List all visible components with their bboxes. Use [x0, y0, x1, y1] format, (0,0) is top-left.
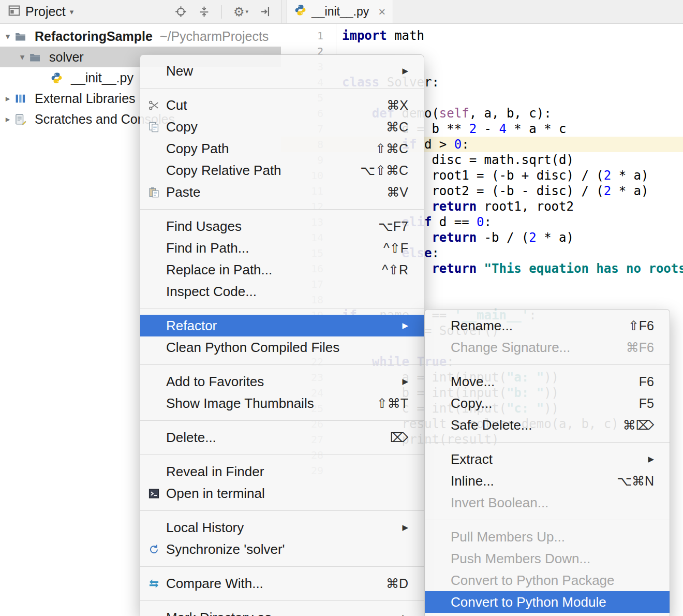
submenu-arrow-icon: ▶ — [648, 454, 654, 464]
menu-item-new[interactable]: New▶ — [140, 60, 424, 82]
refactor-item-rename[interactable]: Rename...⇧F6 — [425, 315, 670, 336]
menu-item-find-in-path[interactable]: Find in Path...^⇧F — [140, 237, 424, 259]
menu-shortcut: F5 — [639, 396, 654, 411]
menu-item-show-image-thumbnails[interactable]: Show Image Thumbnails⇧⌘T — [140, 392, 424, 414]
refactor-item-move[interactable]: Move...F6 — [425, 371, 670, 392]
menu-item-replace-in-path[interactable]: Replace in Path...^⇧R — [140, 259, 424, 281]
menu-item-compare-with[interactable]: Compare With...⌘D — [140, 573, 424, 594]
refactor-item-invert-boolean: Invert Boolean... — [425, 492, 670, 514]
menu-separator — [140, 364, 424, 365]
menu-item-copy-path[interactable]: Copy Path⇧⌘C — [140, 138, 424, 159]
menu-item-mark-directory-as[interactable]: Mark Directory as▶ — [140, 607, 424, 616]
menu-item-label: Extract — [451, 451, 635, 467]
toolbar-icon-group: ⚙▾ — [175, 5, 274, 19]
tree-item-label: solver — [49, 50, 84, 65]
refactor-item-copy[interactable]: Copy...F5 — [425, 392, 670, 414]
menu-shortcut: ⌥F7 — [378, 219, 408, 234]
menu-item-label: Add to Favorites — [166, 374, 390, 390]
menu-item-reveal-in-finder[interactable]: Reveal in Finder — [140, 461, 424, 482]
chevron-expanded-icon[interactable]: ▾ — [1, 31, 14, 42]
menu-separator — [140, 309, 424, 309]
menu-item-local-history[interactable]: Local History▶ — [140, 517, 424, 538]
python-icon — [294, 4, 306, 19]
refactor-item-extract[interactable]: Extract▶ — [425, 448, 670, 470]
menu-shortcut: ⌘F6 — [626, 340, 654, 355]
collapse-all-icon[interactable] — [198, 6, 210, 18]
menu-item-label: Rename... — [451, 318, 616, 334]
project-switcher[interactable]: Project — [25, 4, 66, 19]
python-icon — [51, 72, 66, 84]
menu-item-label: Safe Delete... — [451, 417, 611, 433]
menu-item-label: Change Signature... — [451, 340, 614, 356]
menu-shortcut: ⇧F6 — [628, 318, 654, 333]
refactor-submenu: Rename...⇧F6Change Signature...⌘F6Move..… — [424, 309, 670, 616]
menu-shortcut: ⌦ — [390, 430, 408, 445]
menu-shortcut: ⌘⌦ — [623, 418, 654, 433]
menu-item-label: Inspect Code... — [166, 284, 408, 300]
menu-item-paste[interactable]: Paste⌘V — [140, 181, 424, 203]
menu-item-inspect-code[interactable]: Inspect Code... — [140, 281, 424, 302]
menu-item-label: Show Image Thumbnails — [166, 395, 364, 412]
tree-item-refactoringsample[interactable]: ▾RefactoringSample~/PycharmProjects — [0, 26, 281, 47]
menu-item-label: Delete... — [166, 430, 378, 446]
close-icon[interactable]: × — [378, 6, 385, 18]
submenu-arrow-icon: ▶ — [402, 321, 408, 330]
menu-separator — [140, 510, 424, 511]
menu-item-label: Find Usages — [166, 218, 366, 234]
menu-item-copy[interactable]: Copy⌘C — [140, 116, 424, 138]
copy-icon — [149, 122, 166, 133]
chevron-collapsed-icon[interactable]: ▸ — [1, 93, 14, 104]
menu-shortcut: ⇧⌘C — [375, 141, 408, 156]
project-icon — [8, 5, 20, 19]
menu-item-label: Pull Members Up... — [451, 529, 654, 545]
menu-shortcut: ⌘C — [386, 120, 408, 135]
menu-shortcut: F6 — [639, 374, 654, 389]
chevron-collapsed-icon[interactable]: ▸ — [1, 114, 14, 125]
menu-item-label: Invert Boolean... — [451, 495, 654, 511]
paste-icon — [149, 187, 166, 198]
chevron-expanded-icon[interactable]: ▾ — [16, 52, 29, 63]
refactor-item-change-signature: Change Signature...⌘F6 — [425, 336, 670, 358]
project-toolbar: Project ▾ ⚙▾ — [0, 0, 281, 24]
toolbar-divider — [221, 5, 222, 19]
menu-item-clean-python-compiled-files[interactable]: Clean Python Compiled Files — [140, 336, 424, 358]
menu-shortcut: ⌘X — [387, 98, 408, 113]
menu-item-label: Synchronize 'solver' — [166, 541, 408, 558]
tree-item-label: __init__.py — [71, 70, 133, 85]
refactor-item-push-members-down: Push Members Down... — [425, 548, 670, 569]
refactor-item-inline[interactable]: Inline...⌥⌘N — [425, 470, 670, 492]
submenu-arrow-icon: ▶ — [402, 523, 408, 532]
menu-item-delete[interactable]: Delete...⌦ — [140, 427, 424, 448]
context-menu: New▶Cut⌘XCopy⌘CCopy Path⇧⌘CCopy Relative… — [140, 54, 424, 616]
menu-item-label: Compare With... — [166, 576, 374, 592]
menu-item-label: Refactor — [166, 318, 390, 334]
menu-item-open-in-terminal[interactable]: Open in terminal — [140, 482, 424, 504]
menu-shortcut: ^⇧F — [383, 241, 408, 256]
menu-item-synchronize-solver[interactable]: Synchronize 'solver' — [140, 538, 424, 560]
hide-panel-icon[interactable] — [260, 6, 272, 18]
menu-item-label: Convert to Python Module — [451, 594, 654, 610]
menu-shortcut: ⌘V — [387, 185, 408, 200]
tab-init-py[interactable]: __init__.py × — [287, 0, 393, 23]
menu-item-find-usages[interactable]: Find Usages⌥F7 — [140, 215, 424, 237]
menu-item-copy-relative-path[interactable]: Copy Relative Path⌥⇧⌘C — [140, 159, 424, 181]
refactor-item-safe-delete[interactable]: Safe Delete...⌘⌦ — [425, 414, 670, 436]
chevron-down-icon: ▾ — [70, 7, 74, 17]
menu-item-label: Open in terminal — [166, 486, 408, 502]
gear-icon[interactable]: ⚙▾ — [233, 6, 248, 18]
menu-item-cut[interactable]: Cut⌘X — [140, 94, 424, 116]
sync-icon — [149, 544, 166, 555]
menu-item-label: Convert to Python Package — [451, 573, 654, 589]
menu-item-refactor[interactable]: Refactor▶ — [140, 315, 424, 336]
menu-item-label: Push Members Down... — [451, 551, 654, 567]
refactor-item-convert-to-python-module[interactable]: Convert to Python Module — [425, 591, 670, 613]
scissors-icon — [149, 100, 166, 111]
submenu-arrow-icon: ▶ — [402, 377, 408, 386]
menu-item-label: Clean Python Compiled Files — [166, 340, 408, 356]
menu-item-add-to-favorites[interactable]: Add to Favorites▶ — [140, 371, 424, 392]
tree-item-path: ~/PycharmProjects — [160, 29, 269, 44]
menu-item-label: Replace in Path... — [166, 262, 369, 278]
menu-item-label: Find in Path... — [166, 240, 371, 256]
locate-icon[interactable] — [175, 6, 187, 18]
submenu-arrow-icon: ▶ — [402, 66, 408, 76]
